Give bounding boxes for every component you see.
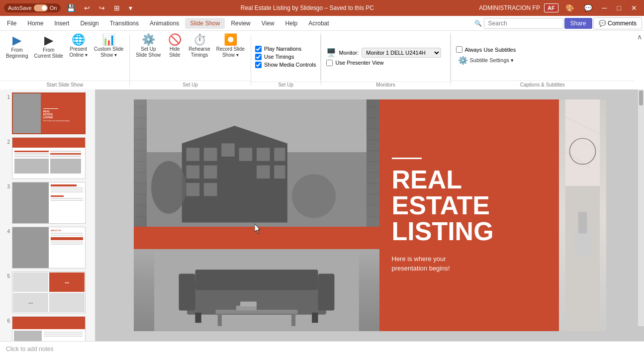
presenter-view-checkbox[interactable] [326,60,333,66]
list-item[interactable]: 6 [2,315,93,341]
slide-number-1: 1 [3,94,10,100]
list-item[interactable]: 4 ABOUT US [2,226,93,269]
always-use-subtitles-checkbox[interactable] [456,46,462,53]
list-item[interactable]: 1 REALESTATELISTING Here is where your p… [2,91,93,135]
presenter-view-row: Use Presenter View [326,60,445,66]
scrollbar-thumb[interactable] [639,90,643,105]
slide-thumb-2-body [12,148,85,176]
slide-thumb-6[interactable] [12,316,86,341]
menu-transitions[interactable]: Transitions [105,18,144,29]
slide-thumb-5-cell4 [49,292,85,313]
presentation-mode-button[interactable]: ⊞ [111,3,123,13]
slide-number-5: 5 [3,273,10,279]
customize-button[interactable]: ▾ [126,3,135,13]
menu-slideshow[interactable]: Slide Show [185,18,225,29]
username: ADMINISTRACION FP [479,4,540,11]
setup-icon: ⚙️ [142,34,155,45]
slide-thumb-5-cell3: ●●● [12,292,49,313]
menu-acrobat[interactable]: Acrobat [303,18,334,29]
slide-title-line2: ESTATE [392,192,547,218]
slide-thumb-1[interactable]: REALESTATELISTING Here is where your pre… [12,92,86,134]
share-button[interactable]: Share [564,18,592,29]
feedback-button[interactable]: 💬 [581,3,595,13]
list-item[interactable]: 3 [2,181,93,225]
menu-help[interactable]: Help [280,18,303,29]
monitor-select[interactable]: Monitor 1 DELL U2414H [362,48,441,58]
list-item[interactable]: 5 ●●● ●●● [2,270,93,314]
subtitle-settings-button[interactable]: ⚙️ Subtitle Settings ▾ [456,55,629,66]
menu-home[interactable]: Home [22,18,48,29]
slide-thumb-6-img [14,331,42,341]
slide-thumb-2-line2 [14,153,49,155]
slide-thumb-3[interactable] [12,182,86,224]
show-media-controls-checkbox-row[interactable]: Show Media Controls [255,62,316,68]
svg-point-16 [151,161,186,214]
autosave-toggle[interactable] [34,4,48,11]
redo-button[interactable]: ↪ [96,3,108,13]
from-beginning-label: FromBeginning [6,47,28,59]
svg-rect-14 [186,183,199,196]
close-button[interactable]: ✕ [628,3,640,13]
record-slideshow-button[interactable]: ⏺️ Record SlideShow ▾ [213,33,248,60]
notes-bar[interactable]: Click to add notes [0,341,644,356]
sofa-svg [134,249,379,331]
ribbon-toggle-button[interactable]: 🎨 [562,3,577,13]
slide-right-section: REAL ESTATE LISTING Here is where yourpr… [379,99,559,331]
play-narrations-checkbox[interactable] [255,46,262,52]
menu-design[interactable]: Design [75,18,103,29]
slide-thumb-2[interactable] [12,137,86,179]
hide-slide-button[interactable]: 🚫 HideSlide [164,33,185,60]
svg-point-17 [291,174,335,218]
menu-file[interactable]: File [2,18,21,29]
undo-button[interactable]: ↩ [81,3,93,13]
checkboxes-group-label: Set Up [251,82,321,88]
always-use-subtitles-row[interactable]: Always Use Subtitles [456,46,629,53]
presenter-view-label: Use Presenter View [336,60,384,66]
show-media-controls-checkbox[interactable] [255,62,262,68]
comments-button[interactable]: 💬 Comments [593,17,642,29]
collapse-ribbon-button[interactable]: ∧ [637,33,642,41]
menu-review[interactable]: Review [226,18,255,29]
svg-rect-21 [179,274,195,311]
vertical-scrollbar[interactable] [638,89,644,326]
slide-canvas[interactable]: REAL ESTATE LISTING Here is where yourpr… [134,99,606,331]
slide-thumb-2-header [12,138,85,148]
slide-subtitle: Here is where yourpresentation begins! [392,254,547,273]
use-timings-checkbox-row[interactable]: Use Timings [255,54,316,60]
ribbon-group-start-slideshow: ▶ FromBeginning ▶ FromCurrent Slide 🌐 Pr… [0,31,129,89]
slide-panel[interactable]: 1 REALESTATELISTING Here is where your p… [0,89,95,341]
svg-rect-29 [240,302,257,307]
slide-thumb-5[interactable]: ●●● ●●● [12,271,86,313]
profile-badge[interactable]: AF [544,3,558,12]
building-svg [134,99,379,227]
use-timings-label: Use Timings [264,54,294,60]
menu-insert[interactable]: Insert [49,18,74,29]
menu-animations[interactable]: Animations [145,18,184,29]
custom-slideshow-button[interactable]: 📊 Custom SlideShow ▾ [91,33,126,60]
slide-thumb-2-line3 [14,156,49,157]
custom-slide-label: Custom SlideShow ▾ [94,46,123,58]
slide-number-3: 3 [3,184,10,189]
from-beginning-button[interactable]: ▶ FromBeginning [3,33,31,61]
save-button[interactable]: 💾 [64,3,78,13]
setup-slideshow-button[interactable]: ⚙️ Set UpSlide Show [133,33,164,60]
ribbon-group-monitors: 🖥️ Monitor: Monitor 1 DELL U2414H Use Pr… [321,31,451,89]
search-input[interactable] [484,18,563,29]
slide-thumb-4[interactable]: ABOUT US [12,227,86,268]
menu-search-area: 🔍 [474,18,563,29]
maximize-button[interactable]: □ [614,3,624,13]
list-item[interactable]: 2 [2,136,93,180]
from-current-button[interactable]: ▶ FromCurrent Slide [31,33,66,61]
minimize-button[interactable]: ─ [599,3,610,13]
play-narrations-checkbox-row[interactable]: Play Narrations [255,46,316,52]
present-online-button[interactable]: 🌐 PresentOnline ▾ [66,33,91,60]
slide-thumb-4-line3 [51,242,83,243]
setup-slideshow-label: Set UpSlide Show [136,46,161,58]
autosave-badge[interactable]: AutoSave On [4,3,61,12]
use-timings-checkbox[interactable] [255,54,262,60]
rehearse-button[interactable]: ⏱️ RehearseTimings [185,33,213,60]
svg-rect-26 [217,314,221,326]
title-bar-left: AutoSave On 💾 ↩ ↪ ⊞ ▾ [4,3,135,13]
play-icon: ▶ [12,34,21,46]
menu-view[interactable]: View [257,18,279,29]
